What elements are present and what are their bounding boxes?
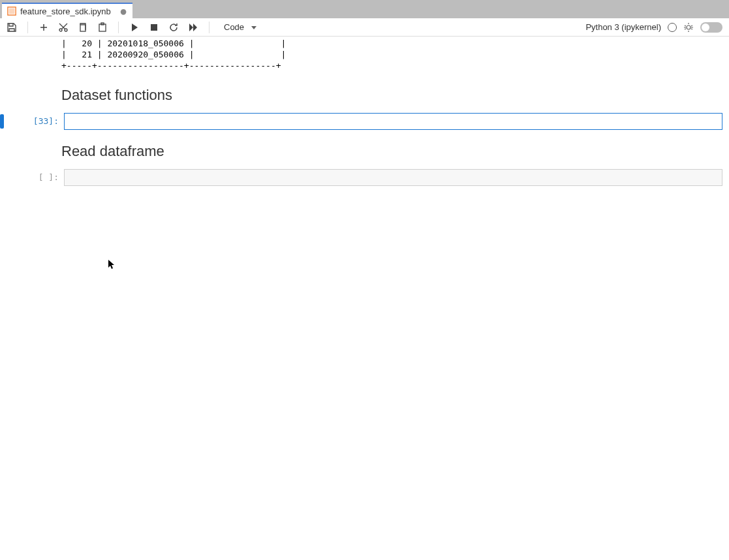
cell-prompt: [ ]:	[10, 169, 64, 186]
kernel-name[interactable]: Python 3 (ipykernel)	[585, 22, 661, 32]
tab-dirty-indicator: ●	[119, 5, 127, 18]
code-cell[interactable]: [ ]:	[0, 168, 729, 187]
stop-button[interactable]	[149, 22, 159, 33]
code-input[interactable]	[64, 169, 722, 186]
restart-button[interactable]	[168, 22, 179, 33]
notebook-tab[interactable]: feature_store_sdk.ipynb ●	[2, 3, 132, 18]
save-button[interactable]	[7, 22, 17, 33]
cell-type-select[interactable]: Code	[220, 21, 260, 33]
svg-point-3	[65, 29, 67, 31]
heading-dataset-functions: Dataset functions	[0, 87, 729, 104]
run-button[interactable]	[129, 22, 140, 33]
code-cell[interactable]: [33]:	[0, 112, 729, 131]
tab-title: feature_store_sdk.ipynb	[20, 7, 111, 16]
tab-bar: feature_store_sdk.ipynb ●	[0, 2, 729, 18]
kernel-status-icon[interactable]	[668, 23, 677, 32]
svg-rect-4	[80, 25, 85, 31]
svg-rect-1	[9, 8, 15, 14]
svg-rect-7	[151, 24, 157, 31]
code-input[interactable]	[64, 113, 722, 130]
svg-point-2	[59, 29, 62, 31]
add-cell-button[interactable]	[39, 22, 49, 33]
run-all-button[interactable]	[188, 22, 198, 33]
cut-button[interactable]	[58, 22, 69, 33]
copy-button[interactable]	[78, 22, 88, 33]
notebook-scroll-area[interactable]: | 20 | 20201018_050006 | | | 21 | 202009…	[0, 37, 729, 560]
cell-output: | 20 | 20201018_050006 | | | 21 | 202009…	[0, 38, 729, 71]
cell-prompt: [33]:	[10, 113, 64, 130]
notebook-icon	[7, 7, 16, 16]
cell-type-select-wrap[interactable]: Code	[220, 21, 260, 33]
svg-rect-5	[99, 24, 106, 31]
paste-button[interactable]	[97, 22, 108, 33]
heading-read-dataframe: Read dataframe	[0, 143, 729, 160]
svg-point-8	[687, 25, 690, 29]
debug-icon[interactable]	[683, 22, 694, 33]
mode-toggle[interactable]	[700, 22, 722, 33]
toolbar: Code Python 3 (ipykernel)	[0, 18, 729, 37]
